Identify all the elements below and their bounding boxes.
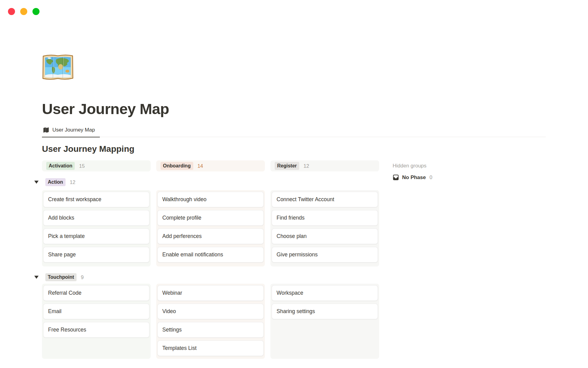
card[interactable]: Workspace — [272, 285, 378, 301]
card[interactable]: Sharing settings — [272, 304, 378, 319]
column-headers-row: Activation 15 Onboarding 14 Register 12 — [42, 160, 379, 171]
card[interactable]: Webinar — [157, 285, 264, 301]
card[interactable]: Enable email notifications — [157, 247, 264, 263]
column-header-activation: Activation 15 — [42, 160, 151, 171]
page-title[interactable]: User Journey Map — [42, 100, 546, 118]
card[interactable]: Add blocks — [43, 210, 149, 226]
column-count: 15 — [79, 163, 85, 169]
tab-label: User Journey Map — [52, 127, 95, 133]
swimlane-count: 12 — [70, 179, 75, 185]
column-count: 12 — [303, 163, 309, 169]
zoom-window-button[interactable] — [32, 8, 40, 15]
column-badge-register[interactable]: Register — [275, 162, 299, 170]
tray-icon — [393, 174, 399, 181]
card[interactable]: Free Resources — [43, 322, 149, 338]
cards-group-register: Workspace Sharing settings — [270, 284, 379, 359]
swimlane-badge-action[interactable]: Action — [45, 178, 66, 186]
cards-group-onboarding: Webinar Video Settings Templates List — [156, 284, 265, 359]
hidden-group-count: 0 — [429, 174, 432, 180]
page-content: User Journey Map User Journey Map User J… — [0, 54, 588, 359]
card[interactable]: Video — [157, 304, 264, 319]
collapse-triangle-icon[interactable] — [34, 181, 39, 184]
folded-map-icon — [43, 127, 49, 133]
card[interactable]: Give permissions — [272, 247, 378, 263]
card[interactable]: Share page — [43, 247, 149, 263]
column-header-register: Register 12 — [270, 160, 379, 171]
cards-group-onboarding: Walkthrough video Complete profile Add p… — [156, 190, 265, 266]
hidden-groups-label: Hidden groups — [393, 163, 432, 169]
hidden-groups-panel: Hidden groups No Phase 0 — [393, 160, 432, 359]
close-window-button[interactable] — [8, 8, 15, 15]
world-map-icon[interactable] — [42, 54, 74, 81]
collapse-triangle-icon[interactable] — [34, 276, 39, 279]
swimlane-count: 9 — [81, 274, 84, 280]
swimlane-touchpoint-cards: Referral Code Email Free Resources Webin… — [42, 284, 379, 359]
hidden-group-no-phase[interactable]: No Phase 0 — [393, 174, 432, 181]
tab-user-journey-map[interactable]: User Journey Map — [42, 127, 100, 137]
card[interactable]: Email — [43, 304, 149, 319]
board-view: Activation 15 Onboarding 14 Register 12 — [42, 160, 546, 359]
cards-group-activation: Referral Code Email Free Resources — [42, 284, 151, 359]
board-title[interactable]: User Journey Mapping — [42, 144, 546, 154]
cards-group-activation: Create first workspace Add blocks Pick a… — [42, 190, 151, 266]
card[interactable]: Create first workspace — [43, 192, 149, 207]
column-count: 14 — [198, 163, 203, 169]
swimlane-header-touchpoint: Touchpoint 9 — [34, 273, 379, 282]
window-controls — [8, 8, 40, 15]
card[interactable]: Add perferences — [157, 228, 264, 244]
board-columns-area: Activation 15 Onboarding 14 Register 12 — [42, 160, 379, 359]
card[interactable]: Choose plan — [272, 228, 378, 244]
hidden-group-label: No Phase — [402, 174, 426, 181]
swimlane-action-cards: Create first workspace Add blocks Pick a… — [42, 190, 379, 266]
card[interactable]: Settings — [157, 322, 264, 338]
column-badge-activation[interactable]: Activation — [46, 162, 75, 170]
minimize-window-button[interactable] — [20, 8, 27, 15]
card[interactable]: Pick a template — [43, 228, 149, 244]
card[interactable]: Connect Twitter Account — [272, 192, 378, 207]
card[interactable]: Templates List — [157, 340, 264, 356]
card[interactable]: Referral Code — [43, 285, 149, 301]
app-window: User Journey Map User Journey Map User J… — [0, 0, 588, 368]
card[interactable]: Complete profile — [157, 210, 264, 226]
card[interactable]: Walkthrough video — [157, 192, 264, 207]
view-tabs-bar: User Journey Map — [42, 127, 546, 137]
swimlane-header-action: Action 12 — [34, 178, 379, 186]
card[interactable]: Find friends — [272, 210, 378, 226]
column-badge-onboarding[interactable]: Onboarding — [160, 162, 193, 170]
cards-group-register: Connect Twitter Account Find friends Cho… — [270, 190, 379, 266]
swimlane-badge-touchpoint[interactable]: Touchpoint — [45, 273, 77, 281]
column-header-onboarding: Onboarding 14 — [156, 160, 265, 171]
